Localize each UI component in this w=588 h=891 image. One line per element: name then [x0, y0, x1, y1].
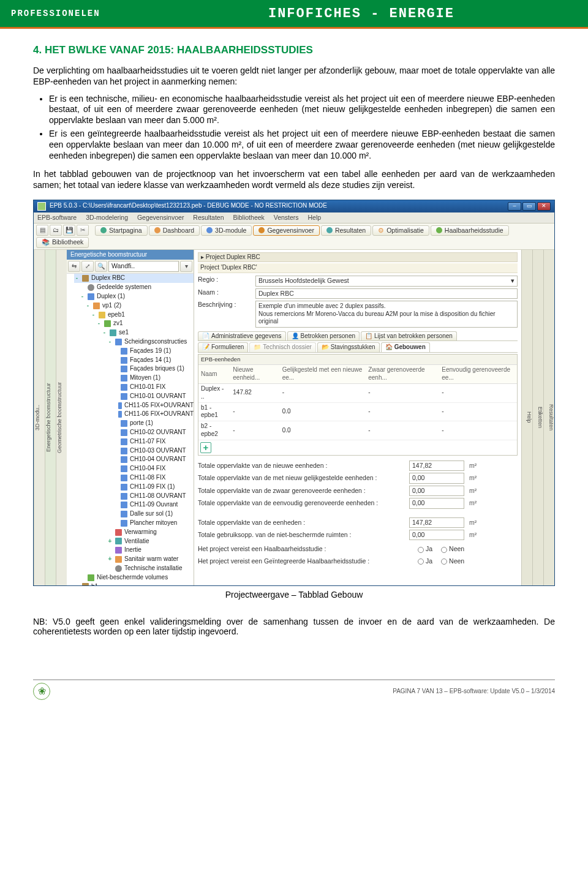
tree-item[interactable]: Gedeelde systemen: [74, 283, 194, 292]
tree-item[interactable]: Dalle sur sol (1): [74, 509, 194, 519]
left-strip-energ[interactable]: Energetische boomstructuur: [45, 250, 56, 585]
tree-item[interactable]: porte (1): [74, 419, 194, 428]
tree-item[interactable]: Verwarming: [74, 528, 194, 537]
tree-root[interactable]: -Duplex RBC Gedeelde systemen-Duplex (1)…: [67, 274, 194, 585]
tree-item[interactable]: -se1: [74, 328, 194, 337]
tab-startpagina[interactable]: Startpagina: [95, 225, 148, 236]
tree-item[interactable]: Façades 19 (1): [74, 347, 194, 356]
tree-item[interactable]: -zv1: [74, 319, 194, 328]
naam-input[interactable]: Duplex RBC: [255, 288, 518, 299]
total-value[interactable]: 0,00: [409, 498, 464, 508]
tab-bibliotheek[interactable]: 📚Bibliotheek: [36, 237, 89, 247]
right-strip-resultaten[interactable]: Resultaten: [543, 250, 554, 585]
subtab-technisch[interactable]: 📁 Technisch dossier: [249, 342, 315, 352]
total-value[interactable]: 0,00: [409, 530, 464, 540]
menu-item[interactable]: Help: [308, 214, 322, 221]
tree-item[interactable]: CH10-02 OUVRANT: [74, 428, 194, 437]
tree-item[interactable]: CH10-01 OUVRANT: [74, 392, 194, 401]
table-row[interactable]: Duplex - ..147.82---: [198, 384, 517, 403]
tree-tool[interactable]: ⤢: [81, 261, 94, 272]
tree-item[interactable]: CH10-04 FIX: [74, 464, 194, 473]
menu-item[interactable]: Gegevensinvoer: [137, 214, 184, 221]
total-value[interactable]: 147,82: [409, 461, 464, 471]
tree-item[interactable]: Façades briques (1): [74, 364, 194, 374]
menu-item[interactable]: Vensters: [274, 214, 299, 221]
toolbar-button[interactable]: 🗂: [50, 225, 62, 236]
tree-item[interactable]: -Duplex RBC: [74, 274, 194, 283]
tree-item[interactable]: CH10-03 OUVRANT: [74, 446, 194, 456]
tree-item[interactable]: CH10-01 FIX: [74, 383, 194, 392]
right-strip-help[interactable]: Help: [521, 250, 532, 585]
left-strip-3d[interactable]: 3D-modu..: [34, 250, 45, 585]
tree-item[interactable]: CH11-08 OUVRANT: [74, 492, 194, 501]
tree-tool[interactable]: ▾: [180, 261, 192, 272]
radio-yes[interactable]: Ja: [418, 557, 432, 565]
subtab-stavings[interactable]: 📂 Stavingsstukken: [317, 342, 380, 352]
after-paragraph: In het tabblad gebouwen van de projectkn…: [33, 169, 555, 191]
tree-tool[interactable]: 🔍: [95, 261, 107, 272]
total-value[interactable]: 147,82: [409, 517, 464, 528]
table-row[interactable]: b2 - epbe2-0.0--: [198, 421, 517, 440]
tree-item[interactable]: -Scheidingsconstructies: [74, 337, 194, 347]
tree-item[interactable]: -vp1 (2): [74, 301, 194, 310]
menu-bar[interactable]: EPB-software 3D-modelering Gegevensinvoe…: [34, 212, 554, 224]
subtab-formulieren[interactable]: 📝 Formulieren: [198, 342, 248, 352]
subtab-personen[interactable]: 👤 Betrokken personen: [287, 331, 360, 341]
toolbar-button[interactable]: 💾: [63, 225, 75, 236]
subtab-lijst[interactable]: 📋 Lijst van betrokken personen: [361, 331, 457, 341]
subtab-admin[interactable]: 📄 Administratieve gegevens: [198, 331, 286, 341]
menu-item[interactable]: Resultaten: [193, 214, 224, 221]
left-strip-geom[interactable]: Geometrische boomstructuur: [56, 250, 67, 585]
tree-search-input[interactable]: Wandfi..: [108, 261, 179, 272]
radio-yes[interactable]: Ja: [418, 545, 432, 553]
radio-no[interactable]: Neen: [441, 557, 464, 565]
toolbar-button[interactable]: ✂: [77, 225, 89, 236]
total-value[interactable]: 0,00: [409, 473, 464, 483]
regio-select[interactable]: Brussels Hoofdstedelijk Gewest▾: [255, 276, 518, 286]
table-row[interactable]: b1 - epbe1-0.0--: [198, 402, 517, 421]
tab-3d-module[interactable]: 3D-module: [201, 225, 252, 236]
menu-item[interactable]: Bibliotheek: [233, 214, 264, 221]
tab-haalbaarheidsstudie[interactable]: Haalbaarheidsstudie: [431, 225, 509, 236]
maximize-button[interactable]: ▭: [522, 202, 536, 211]
tree-item[interactable]: Niet-beschermde volumes: [74, 573, 194, 582]
radio-no[interactable]: Neen: [441, 545, 464, 553]
total-row: Totale gebruiksopp. van de niet-bescherm…: [198, 530, 518, 540]
close-button[interactable]: ✕: [537, 202, 551, 211]
tree-item[interactable]: Inertie: [74, 546, 194, 555]
tree-item[interactable]: -epeb1: [74, 310, 194, 320]
beschrijving-textarea[interactable]: Exemple d'un immeuble avec 2 duplex pass…: [255, 301, 518, 328]
tree-item[interactable]: -Duplex (1): [74, 292, 194, 301]
tree-item[interactable]: Plancher mitoyen: [74, 519, 194, 528]
tree-item[interactable]: Mitoyen (1): [74, 374, 194, 383]
label-beschrijving: Beschrijving :: [198, 301, 251, 309]
tab-optimalisatie[interactable]: ⚙Optimalisatie: [372, 225, 429, 236]
tree-item[interactable]: CH11-05 FIX+OUVRANT: [74, 401, 194, 410]
tab-gegevensinvoer[interactable]: Gegevensinvoer: [253, 225, 319, 236]
subtab-gebouwen[interactable]: 🏠 Gebouwen: [381, 342, 430, 352]
tree-item[interactable]: +Sanitair warm water: [74, 555, 194, 564]
tree-item[interactable]: CH10-04 OUVRANT: [74, 455, 194, 464]
right-strip-etiketten[interactable]: Etiketten: [532, 250, 543, 585]
minimize-button[interactable]: –: [508, 202, 521, 211]
tree-item[interactable]: Façades 14 (1): [74, 356, 194, 365]
tree-item[interactable]: CH11-08 FIX: [74, 473, 194, 483]
app-window: EPB 5.0.3 - C:\Users\ifrancart\Desktop\t…: [33, 200, 555, 586]
toolbar-button[interactable]: ▤: [36, 225, 48, 236]
tab-resultaten[interactable]: Resultaten: [321, 225, 371, 236]
tree-item[interactable]: CH11-09 Ouvrant: [74, 500, 194, 509]
menu-item[interactable]: 3D-modelering: [86, 214, 128, 221]
window-titlebar[interactable]: EPB 5.0.3 - C:\Users\ifrancart\Desktop\t…: [34, 200, 554, 212]
add-row-button[interactable]: +: [200, 442, 211, 453]
tree-item[interactable]: +Ventilatie: [74, 537, 194, 546]
tree-item[interactable]: CH11-09 FIX (1): [74, 483, 194, 492]
menu-item[interactable]: EPB-software: [37, 214, 77, 221]
tree-item[interactable]: -b1: [74, 582, 194, 585]
total-value[interactable]: 0,00: [409, 486, 464, 496]
label-naam: Naam :: [198, 288, 251, 296]
tree-item[interactable]: CH11-07 FIX: [74, 437, 194, 446]
tree-item[interactable]: Technische installatie: [74, 564, 194, 573]
tree-tool[interactable]: ⇆: [68, 261, 80, 272]
tree-item[interactable]: CH11-06 FIX+OUVRANT: [74, 410, 194, 419]
tab-dashboard[interactable]: Dashboard: [149, 225, 200, 236]
